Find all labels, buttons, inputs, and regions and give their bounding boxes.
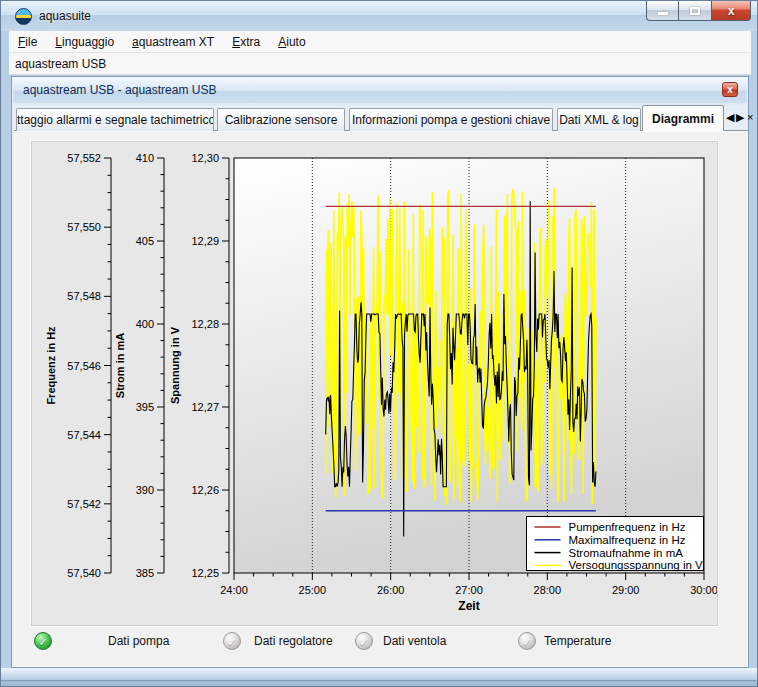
close-icon: x (728, 5, 735, 17)
status-label-dati-ventola: Dati ventola (383, 634, 446, 648)
diagram-chart: 57,54057,54257,54457,54657,54857,55057,5… (32, 142, 717, 625)
maximize-button[interactable] (679, 1, 711, 21)
svg-text:Versogungsspannung in V: Versogungsspannung in V (569, 559, 704, 571)
svg-text:12,28: 12,28 (191, 318, 219, 330)
svg-text:405: 405 (136, 235, 154, 247)
chart-container: 57,54057,54257,54457,54657,54857,55057,5… (31, 141, 718, 626)
status-label-dati-regolatore: Dati regolatore (254, 634, 333, 648)
svg-text:Stromaufnahme in mA: Stromaufnahme in mA (569, 547, 684, 559)
status-check-icon-gray: ✓ (355, 632, 373, 650)
menu-bar: FileLinguaggioaquastream XTExtraAiuto (9, 31, 751, 53)
svg-text:27:00: 27:00 (455, 584, 483, 596)
status-label-dati-pompa: Dati pompa (108, 634, 169, 648)
window-bottom-frame (1, 668, 758, 687)
svg-text:30:00: 30:00 (690, 584, 717, 596)
status-check-icon-gray: ✓ (223, 632, 241, 650)
svg-text:57,544: 57,544 (67, 429, 101, 441)
tab-calibrazione-sensore[interactable]: Calibrazione sensore (217, 108, 345, 131)
tab-close-icon[interactable]: × (747, 111, 753, 123)
status-check-icon-gray: ✓ (518, 632, 536, 650)
svg-text:410: 410 (136, 152, 154, 164)
svg-text:57,540: 57,540 (67, 567, 101, 579)
svg-text:395: 395 (136, 401, 154, 413)
child-title-bar[interactable]: aquastream USB - aquastream USB x (13, 78, 747, 103)
svg-text:29:00: 29:00 (612, 584, 640, 596)
mdi-menu-row: aquastream USB (9, 53, 751, 75)
tab-page-diagrammi: 57,54057,54257,54457,54657,54857,55057,5… (14, 131, 748, 667)
svg-text:Spannung in V: Spannung in V (169, 326, 181, 404)
svg-text:57,542: 57,542 (67, 498, 101, 510)
svg-text:57,550: 57,550 (67, 221, 101, 233)
svg-text:12,30: 12,30 (191, 152, 219, 164)
svg-text:12,27: 12,27 (191, 401, 219, 413)
menu-item-extra[interactable]: Extra (223, 31, 269, 53)
svg-text:26:00: 26:00 (377, 584, 405, 596)
menu-item-file[interactable]: File (9, 31, 46, 53)
menu-item-aquastream-xt[interactable]: aquastream XT (123, 31, 223, 53)
tab-scroll-left-icon[interactable]: ◀ (726, 111, 734, 124)
mdi-menu-item[interactable]: aquastream USB (9, 53, 106, 71)
svg-text:28:00: 28:00 (534, 584, 562, 596)
svg-text:385: 385 (136, 567, 154, 579)
svg-text:24:00: 24:00 (220, 584, 248, 596)
menu-item-aiuto[interactable]: Aiuto (269, 31, 314, 53)
svg-text:Frequenz in Hz: Frequenz in Hz (45, 326, 57, 405)
aquasuite-logo-icon (15, 8, 32, 25)
status-label-temperature: Temperature (544, 634, 611, 648)
window-title: aquasuite (39, 9, 91, 23)
application-window: aquasuite x FileLinguaggioaquastream XTE… (0, 0, 758, 687)
title-bar[interactable]: aquasuite x (1, 1, 758, 31)
svg-text:400: 400 (136, 318, 154, 330)
svg-text:12,29: 12,29 (191, 235, 219, 247)
maximize-icon (690, 7, 700, 15)
tab-scroll-right-icon[interactable]: ▶ (736, 111, 744, 124)
tab-strip: ttaggio allarmi e segnale tachimetricoCa… (14, 105, 748, 131)
svg-text:Maximalfrequenz in Hz: Maximalfrequenz in Hz (569, 534, 686, 546)
svg-text:12,26: 12,26 (191, 484, 219, 496)
svg-text:Strom in mA: Strom in mA (114, 333, 126, 398)
child-window-title: aquastream USB - aquastream USB (23, 83, 216, 97)
minimize-icon (658, 12, 668, 15)
svg-text:390: 390 (136, 484, 154, 496)
svg-text:Pumpenfrequenz in Hz: Pumpenfrequenz in Hz (569, 521, 686, 533)
caption-buttons: x (646, 1, 751, 21)
status-check-icon-green: ✓ (34, 632, 52, 650)
tab-ttaggio-allarmi-e-segnale-tach[interactable]: ttaggio allarmi e segnale tachimetrico (16, 108, 214, 131)
child-close-button[interactable]: x (722, 82, 738, 97)
tab-informazioni-pompa-e-gestioni-[interactable]: Informazioni pompa e gestioni chiave (349, 108, 553, 131)
svg-text:12,25: 12,25 (191, 567, 219, 579)
menu-item-linguaggio[interactable]: Linguaggio (46, 31, 123, 53)
tab-dati-xml-log[interactable]: Dati XML & log (557, 108, 641, 131)
child-window: aquastream USB - aquastream USB x ttaggi… (11, 76, 749, 668)
svg-text:57,546: 57,546 (67, 360, 101, 372)
close-button[interactable]: x (711, 1, 751, 21)
svg-text:57,552: 57,552 (67, 152, 101, 164)
svg-text:57,548: 57,548 (67, 290, 101, 302)
svg-text:25:00: 25:00 (299, 584, 327, 596)
minimize-button[interactable] (646, 1, 679, 21)
tab-diagrammi[interactable]: Diagrammi (642, 105, 724, 131)
svg-text:Zeit: Zeit (458, 599, 479, 613)
